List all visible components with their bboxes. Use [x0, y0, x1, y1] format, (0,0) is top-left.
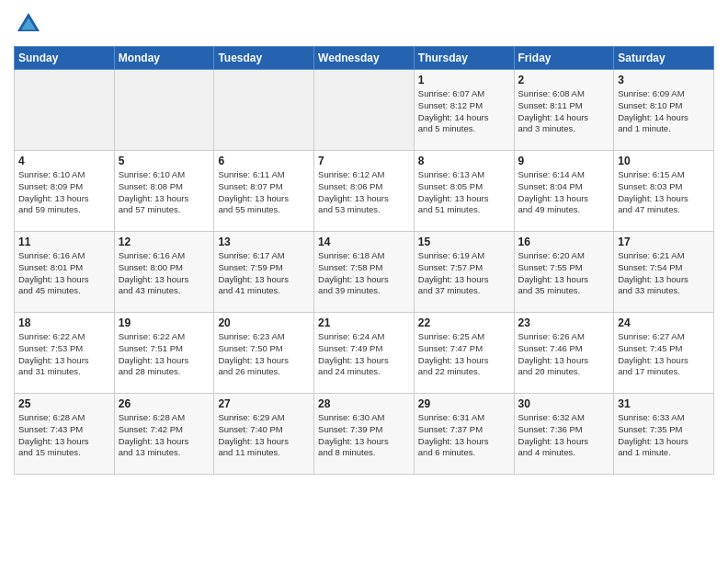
day-info: Sunrise: 6:09 AM Sunset: 8:10 PM Dayligh…: [618, 88, 710, 135]
calendar-cell: 20Sunrise: 6:23 AM Sunset: 7:50 PM Dayli…: [214, 313, 314, 394]
calendar-cell: 25Sunrise: 6:28 AM Sunset: 7:43 PM Dayli…: [15, 394, 115, 475]
calendar-cell: 15Sunrise: 6:19 AM Sunset: 7:57 PM Dayli…: [414, 232, 514, 313]
calendar-cell: 2Sunrise: 6:08 AM Sunset: 8:11 PM Daylig…: [514, 70, 614, 151]
day-info: Sunrise: 6:07 AM Sunset: 8:12 PM Dayligh…: [418, 88, 510, 135]
day-info: Sunrise: 6:24 AM Sunset: 7:49 PM Dayligh…: [318, 331, 410, 378]
day-number: 26: [119, 397, 210, 410]
day-info: Sunrise: 6:33 AM Sunset: 7:35 PM Dayligh…: [618, 412, 710, 459]
day-number: 28: [318, 397, 410, 410]
day-info: Sunrise: 6:29 AM Sunset: 7:40 PM Dayligh…: [218, 412, 310, 459]
calendar-cell: [214, 70, 314, 151]
calendar-cell: 12Sunrise: 6:16 AM Sunset: 8:00 PM Dayli…: [114, 232, 214, 313]
day-info: Sunrise: 6:20 AM Sunset: 7:55 PM Dayligh…: [518, 250, 610, 297]
day-number: 5: [119, 155, 210, 167]
day-number: 14: [318, 236, 410, 248]
calendar-cell: 24Sunrise: 6:27 AM Sunset: 7:45 PM Dayli…: [614, 313, 714, 394]
header-row: SundayMondayTuesdayWednesdayThursdayFrid…: [15, 47, 714, 70]
calendar-cell: 10Sunrise: 6:15 AM Sunset: 8:03 PM Dayli…: [614, 151, 714, 232]
calendar-cell: [114, 70, 214, 151]
header-cell-wednesday: Wednesday: [314, 47, 415, 70]
week-row-5: 25Sunrise: 6:28 AM Sunset: 7:43 PM Dayli…: [15, 394, 714, 475]
day-info: Sunrise: 6:25 AM Sunset: 7:47 PM Dayligh…: [418, 331, 510, 378]
week-row-2: 4Sunrise: 6:10 AM Sunset: 8:09 PM Daylig…: [15, 151, 714, 232]
day-info: Sunrise: 6:22 AM Sunset: 7:51 PM Dayligh…: [119, 331, 210, 378]
day-info: Sunrise: 6:21 AM Sunset: 7:54 PM Dayligh…: [618, 250, 710, 297]
calendar-cell: 28Sunrise: 6:30 AM Sunset: 7:39 PM Dayli…: [314, 394, 415, 475]
day-info: Sunrise: 6:18 AM Sunset: 7:58 PM Dayligh…: [318, 250, 410, 297]
day-info: Sunrise: 6:14 AM Sunset: 8:04 PM Dayligh…: [518, 169, 610, 216]
day-number: 27: [218, 397, 310, 410]
header: [14, 9, 714, 39]
day-info: Sunrise: 6:27 AM Sunset: 7:45 PM Dayligh…: [618, 331, 710, 378]
header-cell-sunday: Sunday: [15, 47, 115, 70]
day-number: 31: [618, 397, 710, 410]
day-info: Sunrise: 6:13 AM Sunset: 8:05 PM Dayligh…: [418, 169, 510, 216]
calendar-cell: 1Sunrise: 6:07 AM Sunset: 8:12 PM Daylig…: [414, 70, 514, 151]
day-info: Sunrise: 6:32 AM Sunset: 7:36 PM Dayligh…: [518, 412, 610, 459]
week-row-1: 1Sunrise: 6:07 AM Sunset: 8:12 PM Daylig…: [15, 70, 714, 151]
day-number: 7: [318, 155, 410, 167]
day-number: 25: [18, 397, 110, 410]
day-info: Sunrise: 6:12 AM Sunset: 8:06 PM Dayligh…: [318, 169, 410, 216]
calendar-cell: 31Sunrise: 6:33 AM Sunset: 7:35 PM Dayli…: [614, 394, 714, 475]
logo-icon: [14, 9, 43, 39]
calendar-cell: 5Sunrise: 6:10 AM Sunset: 8:08 PM Daylig…: [114, 151, 214, 232]
day-number: 24: [618, 316, 710, 329]
header-cell-monday: Monday: [114, 47, 214, 70]
calendar-cell: 21Sunrise: 6:24 AM Sunset: 7:49 PM Dayli…: [314, 313, 415, 394]
calendar-cell: 27Sunrise: 6:29 AM Sunset: 7:40 PM Dayli…: [214, 394, 314, 475]
week-row-4: 18Sunrise: 6:22 AM Sunset: 7:53 PM Dayli…: [15, 313, 714, 394]
calendar-cell: 17Sunrise: 6:21 AM Sunset: 7:54 PM Dayli…: [614, 232, 714, 313]
day-info: Sunrise: 6:31 AM Sunset: 7:37 PM Dayligh…: [418, 412, 510, 459]
day-info: Sunrise: 6:28 AM Sunset: 7:43 PM Dayligh…: [18, 412, 110, 459]
day-info: Sunrise: 6:15 AM Sunset: 8:03 PM Dayligh…: [618, 169, 710, 216]
calendar-cell: 3Sunrise: 6:09 AM Sunset: 8:10 PM Daylig…: [614, 70, 714, 151]
day-number: 3: [618, 74, 710, 86]
header-cell-tuesday: Tuesday: [214, 47, 314, 70]
calendar-cell: 8Sunrise: 6:13 AM Sunset: 8:05 PM Daylig…: [414, 151, 514, 232]
day-number: 13: [218, 236, 310, 248]
day-info: Sunrise: 6:23 AM Sunset: 7:50 PM Dayligh…: [218, 331, 310, 378]
calendar-cell: 6Sunrise: 6:11 AM Sunset: 8:07 PM Daylig…: [214, 151, 314, 232]
calendar-table: SundayMondayTuesdayWednesdayThursdayFrid…: [14, 46, 714, 475]
calendar-cell: 16Sunrise: 6:20 AM Sunset: 7:55 PM Dayli…: [514, 232, 614, 313]
header-cell-saturday: Saturday: [614, 47, 714, 70]
day-info: Sunrise: 6:10 AM Sunset: 8:08 PM Dayligh…: [119, 169, 210, 216]
calendar-cell: 19Sunrise: 6:22 AM Sunset: 7:51 PM Dayli…: [114, 313, 214, 394]
day-number: 6: [218, 155, 310, 167]
day-info: Sunrise: 6:10 AM Sunset: 8:09 PM Dayligh…: [18, 169, 110, 216]
day-number: 2: [518, 74, 610, 86]
calendar-cell: 30Sunrise: 6:32 AM Sunset: 7:36 PM Dayli…: [514, 394, 614, 475]
day-info: Sunrise: 6:16 AM Sunset: 8:01 PM Dayligh…: [18, 250, 110, 297]
day-number: 17: [618, 236, 710, 248]
day-number: 18: [18, 316, 110, 329]
day-info: Sunrise: 6:08 AM Sunset: 8:11 PM Dayligh…: [518, 88, 610, 135]
calendar-cell: 13Sunrise: 6:17 AM Sunset: 7:59 PM Dayli…: [214, 232, 314, 313]
day-number: 19: [119, 316, 210, 329]
calendar-cell: 26Sunrise: 6:28 AM Sunset: 7:42 PM Dayli…: [114, 394, 214, 475]
day-number: 23: [518, 316, 610, 329]
day-info: Sunrise: 6:16 AM Sunset: 8:00 PM Dayligh…: [119, 250, 210, 297]
day-info: Sunrise: 6:30 AM Sunset: 7:39 PM Dayligh…: [318, 412, 410, 459]
day-number: 22: [418, 316, 510, 329]
day-number: 29: [418, 397, 510, 410]
calendar-cell: 29Sunrise: 6:31 AM Sunset: 7:37 PM Dayli…: [414, 394, 514, 475]
day-number: 10: [618, 155, 710, 167]
day-number: 20: [218, 316, 310, 329]
day-number: 21: [318, 316, 410, 329]
day-info: Sunrise: 6:11 AM Sunset: 8:07 PM Dayligh…: [218, 169, 310, 216]
calendar-cell: 22Sunrise: 6:25 AM Sunset: 7:47 PM Dayli…: [414, 313, 514, 394]
page: SundayMondayTuesdayWednesdayThursdayFrid…: [0, 0, 728, 484]
week-row-3: 11Sunrise: 6:16 AM Sunset: 8:01 PM Dayli…: [15, 232, 714, 313]
calendar-cell: [15, 70, 115, 151]
day-info: Sunrise: 6:19 AM Sunset: 7:57 PM Dayligh…: [418, 250, 510, 297]
calendar-cell: 7Sunrise: 6:12 AM Sunset: 8:06 PM Daylig…: [314, 151, 415, 232]
day-number: 9: [518, 155, 610, 167]
day-info: Sunrise: 6:26 AM Sunset: 7:46 PM Dayligh…: [518, 331, 610, 378]
calendar-cell: [314, 70, 415, 151]
logo: [14, 9, 47, 39]
header-cell-friday: Friday: [514, 47, 614, 70]
calendar-cell: 4Sunrise: 6:10 AM Sunset: 8:09 PM Daylig…: [15, 151, 115, 232]
day-number: 12: [119, 236, 210, 248]
day-info: Sunrise: 6:17 AM Sunset: 7:59 PM Dayligh…: [218, 250, 310, 297]
